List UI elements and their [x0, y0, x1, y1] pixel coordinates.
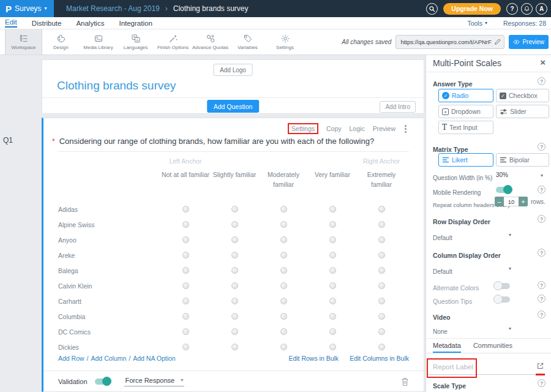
matrix-column-header[interactable]: Moderately familiar	[259, 170, 308, 190]
upgrade-now-button[interactable]: Upgrade Now	[443, 3, 501, 15]
question-text[interactable]: Considering our range of clothing brands…	[59, 137, 375, 146]
radio-button[interactable]	[280, 236, 287, 243]
radio-button[interactable]	[182, 298, 189, 304]
help-icon[interactable]: ?	[538, 281, 545, 289]
radio-button[interactable]	[280, 221, 287, 228]
radio-button[interactable]	[231, 344, 238, 350]
radio-button[interactable]	[231, 328, 238, 335]
radio-button[interactable]	[182, 328, 189, 335]
radio-button[interactable]	[280, 298, 287, 304]
radio-button[interactable]	[378, 282, 385, 289]
radio-button[interactable]	[280, 267, 287, 274]
radio-button[interactable]	[182, 252, 189, 258]
preview-button[interactable]: Preview	[509, 35, 549, 49]
notifications-button[interactable]	[521, 3, 533, 15]
radio-button[interactable]	[329, 267, 336, 274]
matrix-row-label[interactable]: Adidas	[43, 206, 161, 213]
answer-type-option-checkbox[interactable]: ✓ Checkbox	[496, 89, 549, 102]
menu-item-analytics[interactable]: Analytics	[76, 20, 104, 27]
radio-button[interactable]	[329, 252, 336, 258]
responses-count-link[interactable]: Responses: 28	[503, 20, 546, 27]
answer-type-option-text-input[interactable]: T Text Input	[438, 121, 493, 134]
edit-columns-bulk-link[interactable]: Edit Columns in Bulk	[350, 355, 409, 362]
increment-button[interactable]: +	[519, 197, 528, 206]
question-preview-link[interactable]: Preview	[373, 125, 395, 132]
radio-button[interactable]	[231, 221, 238, 228]
toolbar-item-settings[interactable]: Settings	[266, 29, 304, 55]
survey-url-input[interactable]	[395, 35, 504, 49]
radio-button[interactable]	[329, 328, 336, 335]
close-panel-button[interactable]: ×	[540, 58, 545, 67]
matrix-row-label[interactable]: Dickies	[43, 344, 161, 351]
matrix-left-anchor[interactable]: Left Anchor	[161, 157, 210, 165]
column-display-order-select[interactable]: Default ▾	[433, 265, 545, 276]
account-button[interactable]: A	[536, 3, 547, 15]
radio-button[interactable]	[231, 236, 238, 243]
radio-button[interactable]	[182, 221, 189, 228]
radio-button[interactable]	[182, 236, 189, 243]
validation-toggle[interactable]	[95, 379, 111, 385]
question-tips-toggle[interactable]	[494, 296, 510, 303]
repeat-headers-value[interactable]: 10	[504, 197, 519, 206]
radio-button[interactable]	[378, 313, 385, 320]
radio-button[interactable]	[280, 252, 287, 258]
tab-communities[interactable]: Communities	[473, 342, 512, 353]
radio-button[interactable]	[280, 328, 287, 335]
add-na-option-link[interactable]: Add NA Option	[133, 355, 175, 362]
chevron-down-icon[interactable]: ▾	[541, 173, 543, 178]
add-logo-button[interactable]: Add Logo	[213, 64, 253, 76]
matrix-type-option-bipolar[interactable]: Bipolar	[496, 153, 549, 167]
question-logic-link[interactable]: Logic	[350, 125, 365, 132]
radio-button[interactable]	[231, 206, 238, 213]
edit-rows-bulk-link[interactable]: Edit Rows in Bulk	[288, 355, 339, 362]
question-settings-link[interactable]: Settings	[291, 125, 315, 132]
radio-button[interactable]	[329, 313, 336, 320]
radio-button[interactable]	[329, 221, 336, 228]
radio-button[interactable]	[182, 267, 189, 274]
radio-button[interactable]	[329, 282, 336, 289]
question-width-value[interactable]: 30%	[496, 172, 508, 178]
radio-button[interactable]	[378, 206, 385, 213]
help-icon[interactable]: ?	[538, 215, 545, 223]
radio-button[interactable]	[378, 221, 385, 228]
toolbar-item-variables[interactable]: Variables	[229, 29, 266, 55]
matrix-row-label[interactable]: Alpine Swiss	[43, 221, 161, 228]
radio-button[interactable]	[329, 298, 336, 304]
radio-button[interactable]	[329, 344, 336, 350]
matrix-column-header[interactable]: Not at all familiar	[161, 170, 210, 180]
radio-button[interactable]	[182, 282, 189, 289]
matrix-row-label[interactable]: Carhartt	[43, 298, 161, 305]
radio-button[interactable]	[329, 236, 336, 243]
radio-button[interactable]	[378, 252, 385, 258]
answer-type-option-radio[interactable]: ✓ Radio	[438, 89, 493, 102]
add-column-link[interactable]: Add Column	[91, 355, 127, 362]
help-icon[interactable]: ?	[538, 295, 545, 303]
more-menu-icon[interactable]	[403, 124, 408, 134]
radio-button[interactable]	[378, 328, 385, 335]
menu-item-distribute[interactable]: Distribute	[32, 20, 62, 27]
matrix-row-label[interactable]: Areke	[43, 252, 161, 259]
radio-button[interactable]	[231, 298, 238, 304]
edit-url-button[interactable]	[494, 38, 501, 45]
mobile-rendering-toggle[interactable]	[496, 187, 512, 193]
add-question-button[interactable]: Add Question	[207, 100, 260, 113]
tab-metadata[interactable]: Metadata	[433, 342, 461, 353]
matrix-row-label[interactable]: Balega	[43, 267, 161, 274]
answer-type-option-dropdown[interactable]: ▾ Dropdown	[438, 105, 493, 118]
matrix-type-option-likert[interactable]: Likert	[438, 153, 493, 167]
question-copy-link[interactable]: Copy	[326, 125, 342, 132]
breadcrumb-folder-link[interactable]: Market Research - Aug 2019	[66, 4, 160, 13]
radio-button[interactable]	[182, 206, 189, 213]
delete-question-button[interactable]	[401, 377, 409, 386]
toolbar-item-workspace[interactable]: Workspace	[5, 29, 42, 55]
help-icon[interactable]: ?	[538, 379, 545, 387]
matrix-right-anchor[interactable]: Right Anchor	[357, 157, 406, 165]
menu-item-integration[interactable]: Integration	[119, 20, 152, 27]
toolbar-item-languages[interactable]: A Languages	[117, 29, 154, 55]
radio-button[interactable]	[378, 298, 385, 304]
matrix-row-label[interactable]: Anyoo	[43, 236, 161, 244]
help-icon[interactable]: ?	[538, 249, 545, 257]
matrix-column-header[interactable]: Very familiar	[308, 170, 357, 180]
search-button[interactable]	[426, 3, 438, 15]
decrement-button[interactable]: –	[495, 197, 504, 206]
